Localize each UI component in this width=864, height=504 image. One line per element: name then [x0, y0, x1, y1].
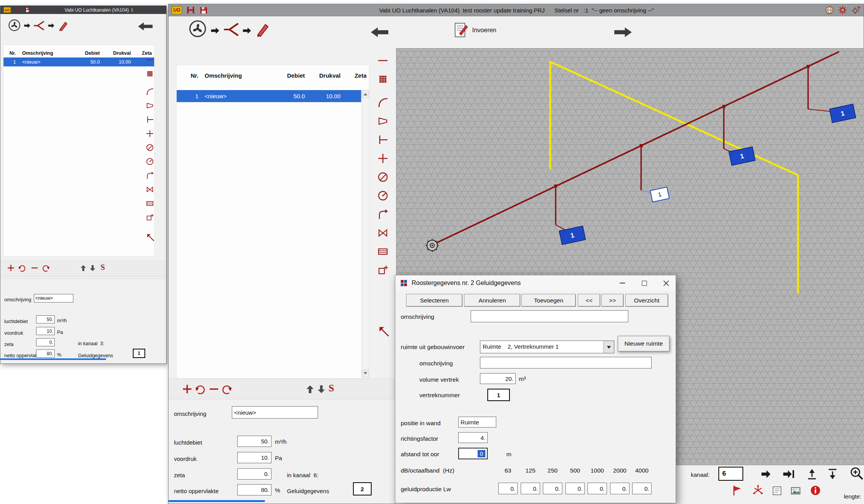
red-duct-network[interactable] [437, 52, 839, 243]
netto-input[interactable] [36, 349, 55, 358]
silencer-tool-icon[interactable] [377, 246, 389, 257]
grille-tag-2[interactable]: 1 [650, 187, 669, 202]
move-tool-icon[interactable] [377, 325, 390, 337]
valve-tool-icon[interactable] [146, 157, 154, 166]
scroll-down-button[interactable] [362, 370, 369, 377]
toevoegen-button[interactable]: Toevoegen [522, 294, 576, 307]
bg-titlebar[interactable]: UO Vabi UO Luchtkanalen (VA104) t [0, 6, 166, 14]
fan-symbol[interactable] [426, 239, 439, 252]
image-icon[interactable] [790, 485, 801, 496]
lw-input-500[interactable] [565, 483, 585, 494]
tee-tool-icon[interactable] [146, 115, 154, 124]
save-icon[interactable] [199, 6, 208, 15]
scroll-up-button[interactable] [362, 90, 369, 98]
netto-input[interactable] [237, 484, 271, 495]
geluidgegevens-input[interactable] [133, 349, 145, 358]
branch-tool-icon[interactable] [33, 20, 45, 31]
bend-tool-icon[interactable] [146, 87, 154, 96]
list-row[interactable]: 1 <nieuw> 50.0 10.00 [177, 90, 361, 102]
refresh-icon[interactable] [42, 264, 50, 272]
nieuwe-ruimte-button[interactable]: Nieuwe ruimte [618, 336, 669, 351]
add-row-icon[interactable] [7, 264, 15, 272]
branch-bend-tool-icon[interactable] [377, 209, 389, 220]
transition-tool-icon[interactable] [146, 101, 154, 110]
yellow-duct-run[interactable] [550, 62, 798, 293]
move-down-icon[interactable] [316, 384, 326, 395]
lw-input-4000[interactable] [632, 483, 652, 494]
lw-input-125[interactable] [521, 483, 540, 494]
dlg-omschrijving-input[interactable] [471, 310, 628, 322]
vertreknummer-input[interactable] [487, 389, 510, 401]
fan-tool-icon[interactable] [8, 19, 21, 31]
zeta-input[interactable] [36, 338, 55, 346]
info-icon[interactable] [810, 485, 821, 496]
move-down-icon[interactable] [89, 264, 96, 272]
cross-tool-icon[interactable] [146, 129, 154, 138]
grille-tag-4[interactable]: 1 [829, 104, 856, 123]
down-level-icon[interactable] [827, 468, 838, 480]
edit-pencil-icon[interactable] [57, 19, 69, 31]
damper-tool-icon[interactable] [146, 143, 154, 152]
invoeren-icon[interactable] [452, 22, 469, 38]
branch-tool-icon[interactable] [223, 21, 239, 38]
add-row-icon[interactable] [181, 383, 193, 395]
flag-icon[interactable] [731, 485, 743, 496]
lw-input-2000[interactable] [610, 483, 629, 494]
axes-icon[interactable] [752, 485, 764, 496]
bg-list-row[interactable]: 1 <nieuw> 50.0 10.00 [3, 57, 154, 66]
close-button[interactable] [657, 275, 675, 291]
duct-material-tool-icon[interactable] [377, 73, 389, 85]
dialog-titlebar[interactable]: Roostergegevens nr. 2 Geluidgegevens [395, 275, 676, 291]
overzicht-button[interactable]: Overzicht [625, 294, 668, 307]
network-icon[interactable] [825, 5, 834, 15]
list-scrollbar[interactable] [362, 90, 369, 377]
minimize-button[interactable] [614, 275, 631, 291]
move-up-icon[interactable] [305, 384, 315, 395]
richtingsfactor-input[interactable] [458, 432, 488, 443]
refresh-icon[interactable] [221, 383, 233, 395]
straight-duct-tool-icon[interactable] [377, 55, 389, 66]
cross-tool-icon[interactable] [377, 153, 389, 164]
sort-icon[interactable]: S [329, 382, 334, 394]
voordruk-input[interactable] [237, 452, 271, 463]
zeta-input[interactable] [237, 468, 271, 480]
save-all-icon[interactable] [15, 7, 21, 13]
duct-material-tool-icon[interactable] [146, 70, 154, 78]
grille-tag-3[interactable]: 1 [729, 147, 755, 165]
dropdown-caret-icon[interactable] [603, 341, 614, 353]
geluidgegevens-input[interactable] [353, 482, 372, 495]
bend-tool-icon[interactable] [377, 97, 389, 108]
overview-icon[interactable] [772, 485, 782, 496]
valve-tool-icon[interactable] [377, 190, 389, 202]
selecteren-button[interactable]: Selecteren [406, 294, 462, 307]
previous-screen-button[interactable] [137, 21, 153, 31]
dlg-omschrijving2-input[interactable] [480, 357, 652, 368]
up-level-icon[interactable] [806, 468, 818, 480]
crossover-tool-icon[interactable] [146, 185, 154, 194]
zoom-in-icon[interactable] [849, 466, 864, 481]
omschrijving-input[interactable] [232, 406, 318, 419]
lw-input-63[interactable] [498, 483, 518, 494]
next-screen-button[interactable] [614, 26, 633, 38]
kanaal-input[interactable] [718, 467, 743, 481]
save-icon[interactable] [24, 7, 30, 13]
damper-tool-icon[interactable] [377, 171, 389, 183]
luchtdebiet-input[interactable] [36, 315, 55, 323]
ruimte-dropdown[interactable]: Ruimte 2, Vertreknummer 1 [480, 341, 614, 353]
edit-pencil-icon[interactable] [254, 21, 270, 37]
tee-tool-icon[interactable] [377, 134, 389, 146]
lw-input-1000[interactable] [588, 483, 607, 494]
undo-icon[interactable] [195, 383, 206, 395]
remove-row-icon[interactable] [208, 383, 220, 395]
grille-tool-icon[interactable] [377, 264, 389, 276]
fan-tool-icon[interactable] [189, 20, 207, 38]
remove-row-icon[interactable] [30, 264, 39, 272]
voordruk-input[interactable] [36, 327, 55, 335]
positie-input[interactable] [458, 417, 496, 428]
straight-duct-tool-icon[interactable] [146, 56, 154, 64]
undo-icon[interactable] [18, 264, 26, 272]
annuleren-button[interactable]: Annuleren [464, 294, 520, 307]
main-titlebar[interactable]: UO Vabi UO Luchtkanalen (VA104) test roo… [169, 4, 864, 16]
silencer-tool-icon[interactable] [146, 199, 154, 208]
crossover-tool-icon[interactable] [377, 227, 389, 239]
